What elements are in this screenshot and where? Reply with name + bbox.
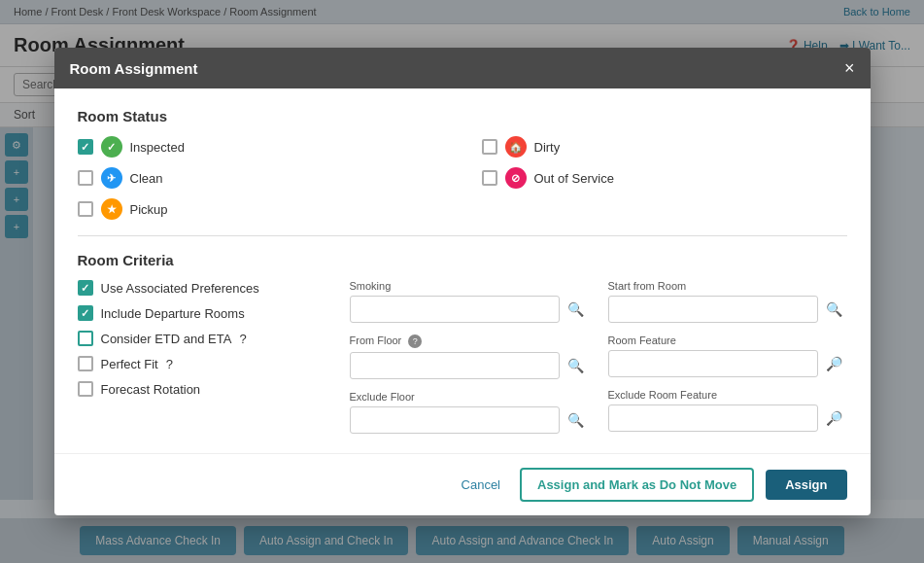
status-dirty: 🏠 Dirty <box>482 136 847 158</box>
page-background: Home / Front Desk / Front Desk Workspace… <box>0 0 924 563</box>
include-departure-label: Include Departure Rooms <box>101 306 245 321</box>
smoking-input-row: 🔍 <box>350 296 589 323</box>
exclude-room-feature-label: Exclude Room Feature <box>608 389 847 401</box>
modal-dialog: Room Assignment × Room Status ✓ Inspecte… <box>54 48 871 515</box>
pickup-icon: ★ <box>101 198 122 220</box>
room-status-title: Room Status <box>78 108 847 124</box>
room-criteria-title: Room Criteria <box>78 252 847 268</box>
exclude-floor-search-button[interactable]: 🔍 <box>564 407 589 433</box>
start-from-room-input[interactable] <box>608 296 818 323</box>
exclude-floor-input[interactable] <box>350 406 560 434</box>
room-criteria-section: Room Criteria Use Associated Preferences… <box>78 252 847 434</box>
smoking-input[interactable] <box>350 296 560 323</box>
out-of-service-checkbox[interactable] <box>482 170 497 186</box>
clean-icon: ✈ <box>101 167 122 189</box>
room-feature-input-row: 🔎 <box>608 350 847 377</box>
status-out-of-service: ⊘ Out of Service <box>482 167 847 189</box>
modal-footer: Cancel Assign and Mark as Do Not Move As… <box>54 453 871 515</box>
from-floor-search-button[interactable]: 🔍 <box>564 353 589 378</box>
modal-title: Room Assignment <box>70 60 198 77</box>
out-of-service-label: Out of Service <box>534 171 614 186</box>
from-floor-label: From Floor ? <box>350 334 589 348</box>
perfect-fit-help-icon[interactable]: ? <box>166 357 173 371</box>
forecast-rotation-label: Forecast Rotation <box>101 382 201 397</box>
criteria-fields-col1: Smoking 🔍 From Floor ? 🔍 <box>350 280 589 434</box>
use-associated-checkbox[interactable] <box>78 280 93 296</box>
smoking-label: Smoking <box>350 280 589 292</box>
modal-body: Room Status ✓ Inspected 🏠 Dirty <box>54 88 871 453</box>
inspected-label: Inspected <box>130 140 185 155</box>
criteria-checkboxes: Use Associated Preferences Include Depar… <box>78 280 330 434</box>
criteria-forecast-rotation: Forecast Rotation <box>78 381 330 397</box>
exclude-floor-field-group: Exclude Floor 🔍 <box>350 391 589 434</box>
room-feature-search-button[interactable]: 🔎 <box>822 351 847 376</box>
perfect-fit-checkbox[interactable] <box>78 356 93 371</box>
use-associated-label: Use Associated Preferences <box>101 281 259 296</box>
exclude-room-feature-field-group: Exclude Room Feature 🔎 <box>608 389 847 432</box>
clean-label: Clean <box>130 171 163 186</box>
criteria-perfect-fit: Perfect Fit ? <box>78 356 330 371</box>
modal-overlay: Room Assignment × Room Status ✓ Inspecte… <box>0 0 924 563</box>
consider-etd-eta-label: Consider ETD and ETA <box>101 332 232 346</box>
forecast-rotation-checkbox[interactable] <box>78 381 93 397</box>
exclude-room-feature-input-row: 🔎 <box>608 405 847 432</box>
dirty-label: Dirty <box>534 140 561 155</box>
etd-eta-help-icon[interactable]: ? <box>239 332 246 346</box>
assign-button[interactable]: Assign <box>766 470 846 500</box>
start-from-room-input-row: 🔍 <box>608 296 847 323</box>
start-from-room-search-button[interactable]: 🔍 <box>822 297 847 322</box>
room-feature-field-group: Room Feature 🔎 <box>608 334 847 377</box>
start-from-room-field-group: Start from Room 🔍 <box>608 280 847 323</box>
from-floor-field-group: From Floor ? 🔍 <box>350 334 589 379</box>
criteria-consider-etd-eta: Consider ETD and ETA ? <box>78 331 330 346</box>
room-status-grid: ✓ Inspected 🏠 Dirty ✈ <box>78 136 847 220</box>
inspected-checkbox[interactable] <box>78 139 93 155</box>
clean-checkbox[interactable] <box>78 170 93 186</box>
dirty-checkbox[interactable] <box>482 139 497 155</box>
modal-close-button[interactable]: × <box>844 59 855 77</box>
criteria-include-departure: Include Departure Rooms <box>78 305 330 321</box>
room-feature-label: Room Feature <box>608 334 847 346</box>
inspected-icon: ✓ <box>101 136 122 158</box>
status-clean: ✈ Clean <box>78 167 443 189</box>
exclude-floor-label: Exclude Floor <box>350 391 589 403</box>
exclude-room-feature-search-button[interactable]: 🔎 <box>822 405 847 431</box>
perfect-fit-label: Perfect Fit <box>101 357 158 371</box>
start-from-room-label: Start from Room <box>608 280 847 292</box>
status-inspected: ✓ Inspected <box>78 136 443 158</box>
exclude-floor-input-row: 🔍 <box>350 406 589 434</box>
assign-mark-do-not-move-button[interactable]: Assign and Mark as Do Not Move <box>520 468 754 502</box>
consider-etd-eta-checkbox[interactable] <box>78 331 93 346</box>
dirty-icon: 🏠 <box>505 136 527 158</box>
modal-header: Room Assignment × <box>54 48 871 88</box>
room-feature-input[interactable] <box>608 350 818 377</box>
pickup-checkbox[interactable] <box>78 201 93 217</box>
criteria-fields-col2: Start from Room 🔍 Room Feature <box>608 280 847 434</box>
cancel-button[interactable]: Cancel <box>454 474 508 496</box>
include-departure-checkbox[interactable] <box>78 305 93 321</box>
criteria-layout: Use Associated Preferences Include Depar… <box>78 280 847 434</box>
from-floor-input[interactable] <box>350 352 560 379</box>
from-floor-input-row: 🔍 <box>350 352 589 379</box>
from-floor-help-icon[interactable]: ? <box>408 334 422 348</box>
criteria-use-associated: Use Associated Preferences <box>78 280 330 296</box>
status-pickup: ★ Pickup <box>78 198 443 220</box>
out-of-service-icon: ⊘ <box>505 167 527 189</box>
exclude-room-feature-input[interactable] <box>608 405 818 432</box>
section-divider <box>78 235 847 236</box>
smoking-field-group: Smoking 🔍 <box>350 280 589 323</box>
pickup-label: Pickup <box>130 202 168 217</box>
room-status-section: Room Status ✓ Inspected 🏠 Dirty <box>78 108 847 220</box>
smoking-search-button[interactable]: 🔍 <box>564 297 589 322</box>
